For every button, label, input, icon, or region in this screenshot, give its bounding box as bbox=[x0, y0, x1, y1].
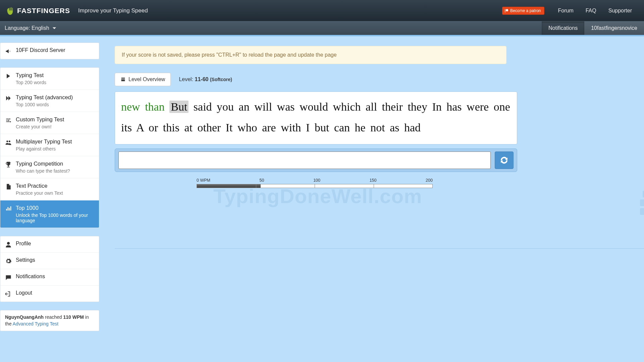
word-pending: you bbox=[217, 101, 234, 113]
word-pending: its bbox=[121, 121, 132, 134]
level-value: 11-60 bbox=[195, 76, 209, 82]
activity-feed-panel: NguynQuangAnh reached 110 WPM in the Adv… bbox=[0, 310, 99, 331]
megaphone-icon bbox=[5, 48, 12, 55]
sidebar-notifications[interactable]: Notifications bbox=[0, 269, 99, 286]
svg-point-4 bbox=[10, 121, 11, 122]
nav-faq[interactable]: FAQ bbox=[580, 8, 602, 14]
chevron-down-icon bbox=[52, 26, 57, 31]
sub-navbar: Language: English Notifications 10fastfi… bbox=[0, 21, 644, 35]
sidebar-item-typing-test-advanced-[interactable]: Typing Test (advanced) Top 1000 words bbox=[0, 90, 99, 112]
wpm-tick: 0 WPM bbox=[197, 178, 210, 183]
word-pending: can bbox=[334, 121, 350, 134]
sidebar-item-title: Typing Test (advanced) bbox=[16, 94, 73, 101]
sidebar-item-title: Custom Typing Test bbox=[16, 116, 64, 123]
discord-label: 10FF Discord Server bbox=[16, 47, 65, 53]
word-pending: would bbox=[300, 101, 328, 113]
account-panel: Profile Settings Notifications Logout bbox=[0, 236, 99, 302]
wpm-tick: 150 bbox=[370, 178, 377, 183]
word-pending: they bbox=[408, 101, 427, 113]
word-pending: an bbox=[239, 101, 250, 113]
word-pending: their bbox=[382, 101, 403, 113]
top-navbar: FASTFINGERS Improve your Typing Speed Be… bbox=[0, 0, 644, 21]
word-list: new than But said you an will was would … bbox=[121, 97, 511, 138]
sidebar-item-title: Text Practice bbox=[16, 183, 63, 189]
sidebar-item-multiplayer-typing-test[interactable]: Multiplayer Typing Test Play against oth… bbox=[0, 134, 99, 156]
sidebar-discord-link[interactable]: 10FF Discord Server bbox=[0, 43, 99, 59]
brand-text: FASTFINGERS bbox=[17, 7, 70, 15]
language-label: Language: English bbox=[5, 25, 49, 31]
word-pending: It bbox=[226, 121, 233, 134]
chat-icon bbox=[5, 274, 12, 281]
sidebar-item-subtitle: Top 1000 words bbox=[16, 102, 73, 107]
word-pending: but bbox=[315, 121, 329, 134]
word-pending: as bbox=[390, 121, 399, 134]
level-overview-button[interactable]: Level Overview bbox=[115, 73, 171, 86]
sidebar-item-title: Multiplayer Typing Test bbox=[16, 138, 72, 145]
sidebar-logout[interactable]: Logout bbox=[0, 286, 99, 302]
word-pending: said bbox=[194, 101, 212, 113]
word-pending: one bbox=[494, 101, 510, 113]
play-icon bbox=[5, 73, 12, 79]
nav-forum[interactable]: Forum bbox=[552, 8, 579, 14]
word-pending: who bbox=[237, 121, 257, 134]
wpm-scale: 0 WPM50100150200 bbox=[115, 172, 517, 188]
svg-point-2 bbox=[9, 118, 10, 119]
patreon-icon bbox=[504, 9, 508, 13]
language-selector[interactable]: Language: English bbox=[0, 21, 61, 35]
word-pending: this bbox=[163, 121, 179, 134]
svg-point-0 bbox=[506, 9, 508, 11]
svg-rect-5 bbox=[7, 186, 10, 187]
wpm-fill bbox=[197, 184, 261, 188]
word-pending: will bbox=[254, 101, 272, 113]
patreon-label: Become a patron bbox=[510, 8, 541, 13]
feed-wpm: 110 WPM bbox=[63, 314, 84, 320]
tagline: Improve your Typing Speed bbox=[78, 7, 148, 14]
refresh-icon bbox=[500, 156, 508, 164]
typing-input[interactable] bbox=[118, 152, 491, 169]
level-mode: (Softcore) bbox=[210, 77, 232, 82]
sidebar-profile[interactable]: Profile bbox=[0, 236, 99, 253]
sidebar-item-subtitle: Unlock the Top 1000 words of your langua… bbox=[16, 213, 94, 223]
restart-button[interactable] bbox=[495, 152, 514, 169]
svg-rect-6 bbox=[7, 187, 10, 188]
logout-label: Logout bbox=[16, 290, 32, 296]
word-pending: had bbox=[404, 121, 421, 134]
sidebar-item-subtitle: Play against others bbox=[16, 146, 72, 152]
sidebar-item-text-practice[interactable]: Text Practice Practice your own Text bbox=[0, 178, 99, 200]
sidebar-item-subtitle: Create your own! bbox=[16, 124, 64, 129]
logo-icon bbox=[6, 6, 15, 15]
content-divider bbox=[115, 248, 644, 249]
sidebar-item-top-1000[interactable]: Top 1000 Unlock the Top 1000 words of yo… bbox=[0, 200, 99, 228]
word-pending: not bbox=[370, 121, 385, 134]
become-patron-button[interactable]: Become a patron bbox=[502, 7, 544, 15]
bars-icon bbox=[5, 205, 12, 212]
nav-supporter[interactable]: Supporter bbox=[602, 8, 638, 14]
trophy-icon bbox=[5, 161, 12, 168]
level-indicator: Level: 11-60 (Softcore) bbox=[179, 76, 232, 82]
sidebar-item-subtitle: Who can type the fastest? bbox=[16, 168, 70, 174]
forward-icon bbox=[5, 95, 12, 102]
sidebar-item-typing-competition[interactable]: Typing Competition Who can type the fast… bbox=[0, 156, 99, 178]
sliders-icon bbox=[5, 117, 12, 124]
wpm-bar bbox=[197, 184, 433, 188]
level-controls: Level Overview Level: 11-60 (Softcore) bbox=[115, 73, 644, 86]
logout-icon bbox=[5, 291, 12, 297]
sidebar-item-typing-test[interactable]: Typing Test Top 200 words bbox=[0, 68, 99, 90]
brand-logo[interactable]: FASTFINGERS bbox=[6, 6, 70, 15]
word-pending: all bbox=[366, 101, 377, 113]
feed-link[interactable]: Advanced Typing Test bbox=[13, 321, 58, 326]
level-overview-label: Level Overview bbox=[128, 76, 165, 82]
notifications-tab[interactable]: Notifications bbox=[542, 21, 584, 35]
svg-point-3 bbox=[8, 120, 9, 121]
word-correct: than bbox=[145, 101, 165, 113]
username-tab[interactable]: 10fastfingersnovice bbox=[584, 21, 644, 35]
main-content: If your score is not saved, please press… bbox=[99, 37, 644, 249]
watermark: TypingDoneWell.com bbox=[569, 191, 644, 228]
word-display-box: new than But said you an will was would … bbox=[115, 92, 517, 144]
calendar-icon bbox=[120, 77, 126, 82]
sidebar-item-custom-typing-test[interactable]: Custom Typing Test Create your own! bbox=[0, 112, 99, 134]
sidebar-settings[interactable]: Settings bbox=[0, 253, 99, 269]
sidebar: 10FF Discord Server Typing Test Top 200 … bbox=[0, 37, 99, 339]
settings-label: Settings bbox=[16, 257, 35, 263]
word-pending: I bbox=[306, 121, 310, 134]
